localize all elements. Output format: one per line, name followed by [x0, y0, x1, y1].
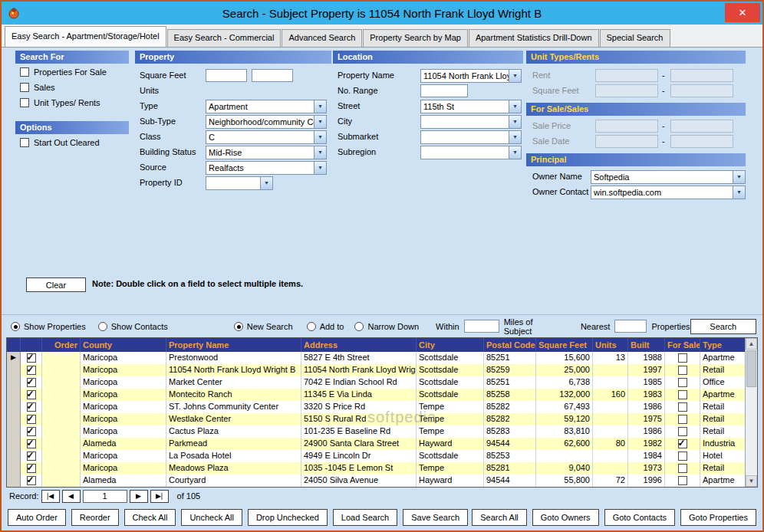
for-sale-checkbox[interactable]	[678, 378, 687, 387]
for-sale-cell[interactable]	[665, 450, 700, 462]
nearest-input[interactable]	[614, 320, 647, 333]
column-header-square-feet[interactable]: Square Feet	[536, 338, 593, 352]
search-button[interactable]: Search	[690, 319, 756, 334]
for-sale-checkbox[interactable]	[678, 476, 687, 485]
row-check-cell[interactable]	[21, 376, 42, 389]
tab-easy-search-commercial[interactable]: Easy Search - Commercial	[167, 29, 282, 47]
row-checkbox[interactable]	[27, 427, 36, 436]
order-cell[interactable]	[42, 401, 81, 413]
scrollbar-thumb[interactable]	[746, 350, 756, 387]
column-header-built[interactable]: Built	[628, 338, 665, 352]
chevron-down-icon[interactable]: ▼	[509, 130, 522, 144]
for-sale-checkbox[interactable]	[678, 390, 687, 399]
row-check-cell[interactable]	[21, 413, 42, 425]
save-search-button[interactable]: Save Search	[403, 509, 468, 526]
row-check-cell[interactable]	[21, 352, 42, 364]
first-record-button[interactable]: |◀	[41, 490, 60, 503]
chevron-down-icon[interactable]: ▼	[509, 69, 522, 83]
square-feet-from-input[interactable]	[206, 69, 247, 82]
order-cell[interactable]	[42, 389, 81, 401]
row-checkbox[interactable]	[27, 402, 36, 412]
tab-special-search[interactable]: Special Search	[600, 29, 670, 47]
for-sale-cell[interactable]	[665, 438, 700, 450]
goto-contacts-button[interactable]: Goto Contacts	[604, 509, 675, 526]
submarket-select[interactable]: ▼	[420, 130, 522, 144]
table-row[interactable]: MaricopaMarket Center7042 E Indian Schoo…	[7, 376, 745, 389]
load-search-button[interactable]: Load Search	[333, 509, 397, 526]
checkbox-unit-types-rents[interactable]: Unit Types/ Rents	[20, 98, 107, 107]
chevron-down-icon[interactable]: ▼	[314, 130, 327, 144]
row-checkbox[interactable]	[27, 452, 36, 461]
column-header-for-sale[interactable]: For Sale	[665, 338, 700, 352]
for-sale-cell[interactable]	[665, 364, 700, 376]
prev-record-button[interactable]: ◀	[62, 490, 81, 503]
checkbox-icon[interactable]	[20, 138, 29, 147]
row-selector-cell[interactable]	[7, 389, 21, 401]
row-check-cell[interactable]	[21, 425, 42, 438]
for-sale-checkbox[interactable]	[678, 402, 687, 412]
tab-apartment-statistics-drill-down[interactable]: Apartment Statistics Drill-Down	[469, 29, 599, 47]
column-header-address[interactable]: Address	[301, 338, 417, 352]
within-input[interactable]	[464, 320, 499, 333]
chevron-down-icon[interactable]: ▼	[314, 115, 327, 129]
clear-button[interactable]: Clear	[26, 277, 86, 292]
current-record-input[interactable]	[83, 490, 127, 503]
radio-icon[interactable]	[98, 322, 107, 331]
show-contacts-radio[interactable]: Show Contacts	[98, 322, 168, 331]
table-row[interactable]: MaricopaMontecito Ranch11345 E Via Linda…	[7, 389, 745, 401]
chevron-down-icon[interactable]: ▼	[260, 176, 273, 190]
for-sale-checkbox[interactable]	[678, 427, 687, 436]
for-sale-checkbox[interactable]	[678, 464, 687, 473]
row-check-cell[interactable]	[21, 401, 42, 413]
chevron-down-icon[interactable]: ▼	[314, 146, 327, 159]
chevron-down-icon[interactable]: ▼	[314, 100, 327, 113]
row-selector-cell[interactable]: ▶	[7, 352, 21, 364]
table-row[interactable]: MaricopaWestlake Center5150 S Rural RdTe…	[7, 413, 745, 425]
search-all-button[interactable]: Search All	[472, 509, 527, 526]
class-select[interactable]: C ▼	[206, 130, 327, 144]
scroll-down-icon[interactable]: ▼	[746, 475, 757, 487]
drop-unchecked-button[interactable]: Drop Unchecked	[248, 509, 328, 526]
tab-advanced-search[interactable]: Advanced Search	[282, 29, 362, 47]
for-sale-cell[interactable]	[665, 413, 700, 425]
building-status-select[interactable]: Mid-Rise ▼	[206, 146, 327, 159]
checkbox-sales[interactable]: Sales	[20, 83, 107, 92]
row-check-cell[interactable]	[21, 462, 42, 475]
next-record-button[interactable]: ▶	[130, 490, 148, 503]
checkbox-start-out-cleared[interactable]: Start Out Cleared	[20, 138, 100, 147]
column-header-county[interactable]: County	[81, 338, 166, 352]
row-selector-cell[interactable]	[7, 401, 21, 413]
narrow-down-radio[interactable]: Narrow Down	[354, 322, 419, 331]
row-selector-cell[interactable]	[7, 438, 21, 450]
row-checkbox[interactable]	[27, 464, 36, 473]
row-selector-cell[interactable]	[7, 413, 21, 425]
type-select[interactable]: Apartment ▼	[206, 100, 327, 113]
scroll-up-icon[interactable]: ▲	[746, 338, 757, 350]
new-search-radio[interactable]: New Search	[234, 322, 293, 331]
subregion-select[interactable]: ▼	[420, 146, 522, 159]
table-row[interactable]: MaricopaMeadows Plaza1035 -1045 E Lemon …	[7, 462, 745, 475]
checkbox-icon[interactable]	[20, 67, 29, 77]
subtype-select[interactable]: Neighborhood/community Ce ▼	[206, 115, 327, 129]
order-cell[interactable]	[42, 413, 81, 425]
property-id-select[interactable]: ▼	[206, 176, 273, 190]
radio-icon[interactable]	[11, 322, 20, 331]
radio-icon[interactable]	[354, 322, 364, 331]
row-checkbox[interactable]	[27, 476, 36, 485]
goto-properties-button[interactable]: Goto Properties	[680, 509, 756, 526]
column-header-property-name[interactable]: Property Name	[166, 338, 301, 352]
table-row[interactable]: MaricopaST. Johns Community Center3320 S…	[7, 401, 745, 413]
table-row[interactable]: ▶MaricopaPrestonwood5827 E 4th StreetSco…	[7, 352, 745, 364]
no-range-input[interactable]	[420, 84, 468, 97]
row-selector-cell[interactable]	[7, 450, 21, 462]
row-selector-cell[interactable]	[7, 425, 21, 438]
for-sale-cell[interactable]	[665, 352, 700, 364]
row-checkbox[interactable]	[27, 415, 36, 424]
owner-contact-select[interactable]: win.softpedia.com ▼	[591, 186, 746, 199]
tab-property-search-by-map[interactable]: Property Search by Map	[363, 29, 468, 47]
row-check-cell[interactable]	[21, 389, 42, 401]
column-header-units[interactable]: Units	[593, 338, 628, 352]
radio-icon[interactable]	[307, 322, 316, 331]
for-sale-cell[interactable]	[665, 401, 700, 413]
vertical-scrollbar[interactable]: ▲ ▼	[745, 338, 757, 487]
